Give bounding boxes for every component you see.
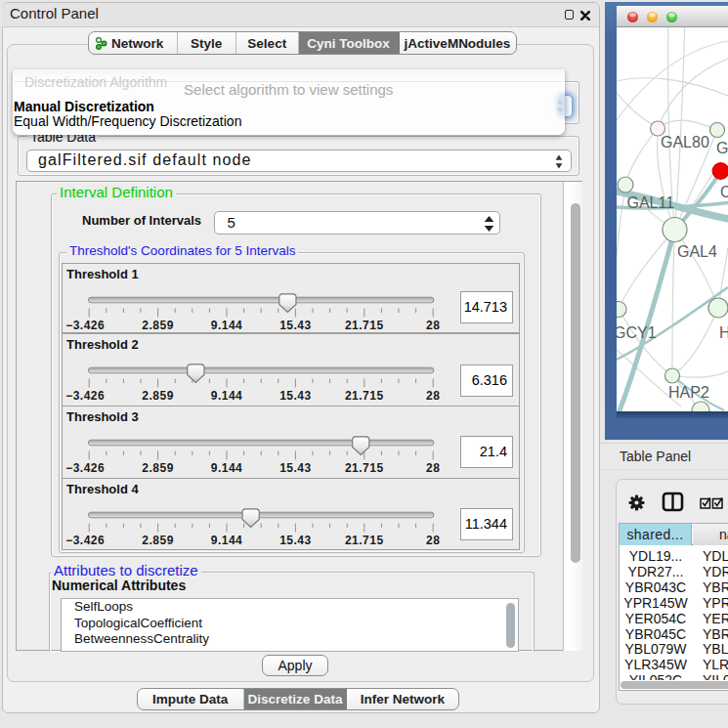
svg-text:GAL4: GAL4 bbox=[677, 243, 717, 260]
svg-text:GA: GA bbox=[716, 140, 728, 156]
svg-text:GCY1: GCY1 bbox=[617, 324, 657, 341]
svg-text:H: H bbox=[719, 324, 728, 341]
svg-text:GAL11: GAL11 bbox=[627, 194, 675, 211]
svg-text:C: C bbox=[720, 184, 728, 200]
svg-text:GAL80: GAL80 bbox=[661, 134, 709, 150]
svg-text:HAP2: HAP2 bbox=[668, 384, 709, 401]
